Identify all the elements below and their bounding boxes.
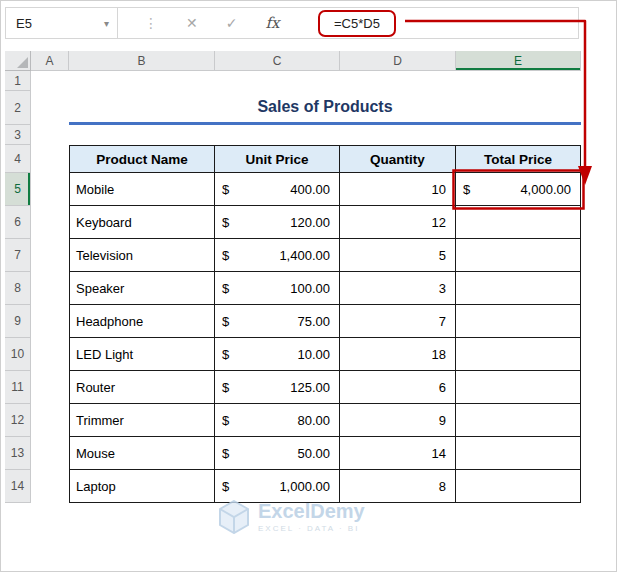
cell-quantity[interactable]: 6 — [340, 371, 456, 404]
cell-product[interactable]: Mouse — [69, 437, 215, 470]
select-all-triangle-icon — [17, 57, 28, 68]
cell-total-price-selected[interactable]: $ 4,000.00 — [456, 173, 581, 206]
cell-total-price[interactable] — [456, 206, 581, 239]
cell-quantity[interactable]: 9 — [340, 404, 456, 437]
cell-quantity[interactable]: 5 — [340, 239, 456, 272]
row-header-4[interactable]: 4 — [5, 145, 31, 173]
cell-unit-price[interactable]: $ 80.00 — [215, 404, 340, 437]
cell-unit-price[interactable]: $ 10.00 — [215, 338, 340, 371]
cell-product[interactable]: Mobile — [69, 173, 215, 206]
cell-total-price[interactable] — [456, 437, 581, 470]
cell-total-price[interactable] — [456, 305, 581, 338]
name-box-dropdown-icon[interactable]: ▾ — [104, 18, 109, 29]
exceldemy-logo-icon — [219, 500, 249, 534]
watermark-text: ExcelDemy EXCEL · DATA · BI — [258, 501, 365, 533]
cell-total-price[interactable] — [456, 371, 581, 404]
cell-quantity[interactable]: 8 — [340, 470, 456, 503]
cell-product[interactable]: Keyboard — [69, 206, 215, 239]
row-header-11[interactable]: 11 — [5, 371, 31, 404]
select-all-corner[interactable] — [5, 51, 31, 71]
excel-window: E5 ▾ ⋮ ✕ ✓ fx =C5*D5 A B C D E 1 2 3 4 5… — [0, 0, 617, 572]
cell-quantity[interactable]: 14 — [340, 437, 456, 470]
column-header-c[interactable]: C — [215, 51, 340, 71]
cell-product[interactable]: Speaker — [69, 272, 215, 305]
row-header-2[interactable]: 2 — [5, 91, 31, 125]
cell-total-price[interactable] — [456, 239, 581, 272]
currency-symbol: $ — [463, 182, 470, 197]
cell-unit-price[interactable]: $ 1,400.00 — [215, 239, 340, 272]
currency-symbol: $ — [222, 479, 229, 494]
cell-quantity[interactable]: 18 — [340, 338, 456, 371]
exceldemy-watermark: ExcelDemy EXCEL · DATA · BI — [219, 500, 365, 534]
currency-symbol: $ — [222, 215, 229, 230]
currency-symbol: $ — [222, 347, 229, 362]
cell-product[interactable]: Television — [69, 239, 215, 272]
drag-handle-icon: ⋮ — [144, 15, 158, 31]
table-header-quantity[interactable]: Quantity — [340, 145, 456, 173]
cell-product[interactable]: Laptop — [69, 470, 215, 503]
sheet-title[interactable]: Sales of Products — [69, 91, 581, 125]
cell-product[interactable]: Router — [69, 371, 215, 404]
unit-price-value: 100.00 — [290, 281, 330, 296]
cell-unit-price[interactable]: $ 75.00 — [215, 305, 340, 338]
cell-total-price[interactable] — [456, 272, 581, 305]
formula-annotation-box: =C5*D5 — [318, 10, 396, 37]
cell-unit-price[interactable]: $ 50.00 — [215, 437, 340, 470]
currency-symbol: $ — [222, 182, 229, 197]
cell-unit-price[interactable]: $ 400.00 — [215, 173, 340, 206]
row-header-10[interactable]: 10 — [5, 338, 31, 371]
unit-price-value: 125.00 — [290, 380, 330, 395]
unit-price-value: 50.00 — [297, 446, 330, 461]
row-header-5[interactable]: 5 — [5, 173, 31, 206]
cell-quantity[interactable]: 12 — [340, 206, 456, 239]
formula-bar: E5 ▾ ⋮ ✕ ✓ fx =C5*D5 — [5, 7, 579, 39]
insert-function-icon[interactable]: fx — [265, 14, 279, 32]
cell-quantity[interactable]: 3 — [340, 272, 456, 305]
currency-symbol: $ — [222, 380, 229, 395]
unit-price-value: 80.00 — [297, 413, 330, 428]
watermark-brand: ExcelDemy — [258, 501, 365, 521]
table-header-product-name[interactable]: Product Name — [69, 145, 215, 173]
unit-price-value: 120.00 — [290, 215, 330, 230]
row-header-3[interactable]: 3 — [5, 125, 31, 145]
cell-unit-price[interactable]: $ 125.00 — [215, 371, 340, 404]
row-header-7[interactable]: 7 — [5, 239, 31, 272]
formula-input[interactable]: =C5*D5 — [334, 16, 380, 31]
row-header-12[interactable]: 12 — [5, 404, 31, 437]
unit-price-value: 400.00 — [290, 182, 330, 197]
row-header-6[interactable]: 6 — [5, 206, 31, 239]
unit-price-value: 75.00 — [297, 314, 330, 329]
row-header-8[interactable]: 8 — [5, 272, 31, 305]
cell-unit-price[interactable]: $ 1,000.00 — [215, 470, 340, 503]
cell-product[interactable]: Trimmer — [69, 404, 215, 437]
cell-quantity[interactable]: 7 — [340, 305, 456, 338]
cell-unit-price[interactable]: $ 100.00 — [215, 272, 340, 305]
currency-symbol: $ — [222, 248, 229, 263]
table-header-total-price[interactable]: Total Price — [456, 145, 581, 173]
column-header-d[interactable]: D — [340, 51, 456, 71]
name-box-value: E5 — [16, 16, 32, 31]
column-header-b[interactable]: B — [69, 51, 215, 71]
cell-total-price[interactable] — [456, 404, 581, 437]
cell-quantity[interactable]: 10 — [340, 173, 456, 206]
cell-product[interactable]: LED Light — [69, 338, 215, 371]
unit-price-value: 1,400.00 — [279, 248, 330, 263]
row-header-14[interactable]: 14 — [5, 470, 31, 503]
currency-symbol: $ — [222, 281, 229, 296]
cell-unit-price[interactable]: $ 120.00 — [215, 206, 340, 239]
name-box[interactable]: E5 ▾ — [6, 8, 118, 38]
enter-icon[interactable]: ✓ — [226, 15, 238, 31]
cell-total-price[interactable] — [456, 470, 581, 503]
total-price-value: 4,000.00 — [520, 182, 571, 197]
row-header-1[interactable]: 1 — [5, 71, 31, 91]
cancel-icon[interactable]: ✕ — [186, 15, 198, 31]
row-header-13[interactable]: 13 — [5, 437, 31, 470]
currency-symbol: $ — [222, 446, 229, 461]
column-header-e[interactable]: E — [456, 51, 581, 71]
currency-symbol: $ — [222, 314, 229, 329]
table-header-unit-price[interactable]: Unit Price — [215, 145, 340, 173]
cell-total-price[interactable] — [456, 338, 581, 371]
column-header-a[interactable]: A — [31, 51, 69, 71]
cell-product[interactable]: Headphone — [69, 305, 215, 338]
row-header-9[interactable]: 9 — [5, 305, 31, 338]
